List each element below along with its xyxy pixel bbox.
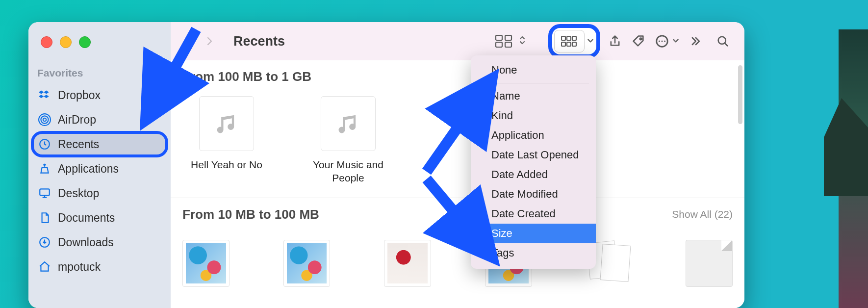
- airdrop-icon: [38, 113, 51, 126]
- sidebar-item-applications[interactable]: Applications: [32, 157, 167, 180]
- zoom-window-button[interactable]: [79, 36, 91, 48]
- svg-rect-14: [567, 42, 571, 46]
- file-grid: [171, 225, 744, 300]
- downloads-icon: [38, 236, 51, 249]
- sidebar-item-dropbox[interactable]: Dropbox: [32, 83, 167, 107]
- sidebar-item-label: Applications: [58, 162, 119, 176]
- sidebar: Favorites Dropbox AirDrop Recents: [28, 22, 171, 308]
- svg-rect-8: [496, 42, 502, 47]
- sidebar-item-airdrop[interactable]: AirDrop: [32, 108, 167, 131]
- toolbar-overflow-button[interactable]: [685, 32, 708, 51]
- svg-point-16: [640, 38, 642, 40]
- svg-rect-10: [562, 36, 565, 40]
- tags-button[interactable]: [627, 32, 650, 51]
- back-button[interactable]: [181, 32, 200, 51]
- svg-point-20: [664, 41, 665, 42]
- menu-item-date-added[interactable]: Date Added: [471, 165, 596, 184]
- svg-point-0: [43, 118, 47, 122]
- image-thumbnail: [387, 243, 428, 283]
- file-item[interactable]: Your Music and People: [304, 96, 392, 185]
- more-actions-button[interactable]: [650, 32, 674, 51]
- menu-item-tags[interactable]: Tags: [471, 243, 596, 263]
- section-header: From 10 MB to 100 MB Show All (22): [171, 198, 744, 225]
- vertical-scrollbar[interactable]: [738, 65, 742, 124]
- titlebar: Recents: [171, 22, 744, 60]
- menu-item-none[interactable]: None: [471, 60, 596, 80]
- menu-item-application[interactable]: Application: [471, 126, 596, 145]
- file-item-label: Your Music and People: [304, 158, 392, 185]
- sidebar-item-home[interactable]: mpotuck: [32, 255, 167, 279]
- finder-window: Favorites Dropbox AirDrop Recents: [28, 22, 744, 308]
- svg-rect-12: [572, 36, 576, 40]
- svg-point-18: [659, 41, 660, 42]
- clock-icon: [38, 138, 51, 151]
- image-thumbnail: [287, 243, 327, 283]
- menu-separator: [478, 83, 589, 83]
- group-by-menu: None Name Kind Application Date Last Ope…: [471, 55, 596, 269]
- content-area: From 100 MB to 1 GB Hell Yeah or No Your…: [171, 60, 744, 308]
- documents-icon: [38, 211, 51, 224]
- menu-item-date-last-opened[interactable]: Date Last Opened: [471, 145, 596, 165]
- group-by-button[interactable]: [551, 27, 597, 55]
- sidebar-section-favorites: Favorites: [37, 67, 83, 79]
- file-item[interactable]: [384, 240, 431, 287]
- file-item[interactable]: Hell Yeah or No: [182, 96, 271, 185]
- svg-point-1: [41, 116, 48, 123]
- sidebar-item-documents[interactable]: Documents: [32, 206, 167, 230]
- svg-point-19: [662, 41, 663, 42]
- search-button[interactable]: [711, 32, 735, 51]
- menu-item-date-created[interactable]: Date Created: [471, 204, 596, 224]
- file-item[interactable]: [686, 240, 733, 287]
- svg-rect-11: [567, 36, 571, 40]
- image-thumbnail: [186, 243, 226, 283]
- close-window-button[interactable]: [41, 36, 52, 48]
- sidebar-favorites-list: Dropbox AirDrop Recents Applications: [32, 83, 167, 279]
- file-item-label: Hell Yeah or No: [191, 158, 262, 171]
- applications-icon: [38, 162, 51, 175]
- chevron-down-icon: [587, 36, 594, 47]
- sidebar-item-label: Desktop: [58, 187, 99, 200]
- sidebar-item-recents[interactable]: Recents: [32, 132, 167, 156]
- section-heading: From 100 MB to 1 GB: [182, 69, 311, 84]
- audio-file-icon: [199, 96, 254, 151]
- show-all-button[interactable]: Show All (22): [672, 208, 733, 220]
- sidebar-item-label: mpotuck: [58, 260, 101, 274]
- sidebar-item-desktop[interactable]: Desktop: [32, 181, 167, 205]
- sidebar-item-label: Recents: [58, 138, 99, 151]
- view-mode-button[interactable]: [489, 32, 519, 51]
- sidebar-item-downloads[interactable]: Downloads: [32, 231, 167, 254]
- menu-item-name[interactable]: Name: [471, 86, 596, 106]
- chevron-down-icon: [672, 36, 680, 47]
- wallpaper-decoration: [839, 29, 868, 308]
- sidebar-item-label: Documents: [58, 211, 115, 225]
- home-icon: [38, 260, 51, 273]
- sidebar-item-label: Downloads: [58, 236, 114, 249]
- svg-rect-7: [505, 35, 511, 40]
- svg-rect-6: [496, 35, 502, 40]
- minimize-window-button[interactable]: [60, 36, 72, 48]
- file-item[interactable]: [182, 240, 230, 287]
- menu-item-kind[interactable]: Kind: [471, 106, 596, 126]
- file-grid: Hell Yeah or No Your Music and People: [171, 87, 744, 198]
- window-title: Recents: [233, 34, 285, 49]
- audio-file-icon: [321, 96, 376, 151]
- desktop-icon: [38, 187, 51, 200]
- section-heading: From 10 MB to 100 MB: [182, 207, 319, 222]
- sidebar-item-label: AirDrop: [58, 113, 96, 127]
- section-header: From 100 MB to 1 GB: [171, 60, 744, 87]
- svg-rect-13: [562, 42, 565, 46]
- menu-item-size[interactable]: Size: [471, 224, 596, 243]
- sidebar-item-label: Dropbox: [58, 89, 101, 102]
- window-traffic-lights: [41, 36, 91, 48]
- svg-rect-15: [572, 42, 576, 46]
- menu-item-date-modified[interactable]: Date Modified: [471, 184, 596, 204]
- svg-rect-4: [40, 189, 50, 195]
- share-button[interactable]: [603, 32, 627, 51]
- dropbox-icon: [38, 89, 51, 102]
- svg-rect-9: [505, 42, 511, 47]
- chevron-updown-icon: [519, 35, 526, 48]
- forward-button[interactable]: [200, 32, 219, 51]
- file-item[interactable]: [283, 240, 331, 287]
